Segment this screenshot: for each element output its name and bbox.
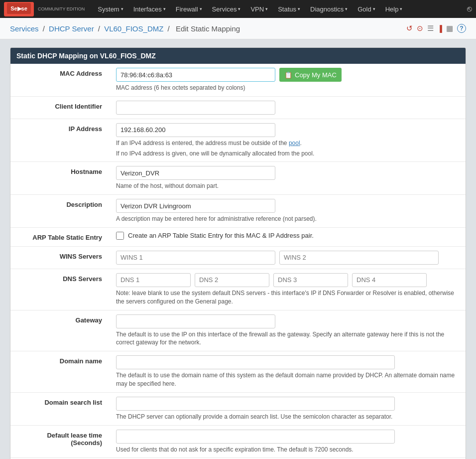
- dns-row: [116, 273, 460, 287]
- nav-interfaces[interactable]: Interfaces ▾: [128, 0, 171, 18]
- row-domain-search: Domain search list The DHCP server can o…: [10, 392, 466, 425]
- row-mac: MAC Address 📋 Copy My MAC MAC address (6…: [10, 64, 466, 96]
- nav-status[interactable]: Status ▾: [273, 0, 305, 18]
- nav-services[interactable]: Services ▾: [207, 0, 246, 18]
- panel-title: Static DHCP Mapping on VL60_FIOS_DMZ: [16, 52, 156, 60]
- default-lease-input[interactable]: [116, 430, 395, 444]
- breadcrumb-icons: ↺ ⊙ ☰ ▐ ▦ ?: [406, 24, 466, 33]
- field-arp: Create an ARP Table Static Entry for thi…: [110, 227, 466, 246]
- field-dns: Note: leave blank to use the system defa…: [110, 269, 466, 310]
- nav-external-icon[interactable]: ⎋: [467, 4, 472, 13]
- breadcrumb-sep1: /: [43, 24, 47, 33]
- arp-checkbox[interactable]: [116, 232, 124, 240]
- brand-subtitle: COMMUNITY EDITION: [38, 6, 85, 11]
- label-dns: DNS Servers: [10, 269, 110, 310]
- field-domain-search: The DHCP server can optionally provide a…: [110, 392, 466, 425]
- caret-system: ▾: [121, 6, 123, 11]
- caret-diagnostics: ▾: [345, 6, 348, 11]
- domain-name-input[interactable]: [116, 355, 395, 369]
- row-ip: IP Address If an IPv4 address is entered…: [10, 119, 466, 162]
- description-help: A description may be entered here for ad…: [116, 215, 460, 223]
- row-domain-name: Domain name The default is to use the do…: [10, 351, 466, 393]
- label-mac: MAC Address: [10, 64, 110, 96]
- caret-vpn: ▾: [265, 6, 268, 11]
- icon-sliders[interactable]: ☰: [427, 24, 434, 33]
- dns3-input[interactable]: [273, 273, 348, 287]
- wins2-input[interactable]: [279, 251, 439, 265]
- client-identifier-input[interactable]: [116, 101, 275, 115]
- breadcrumb-bar: Services / DHCP Server / VL60_FIOS_DMZ /…: [0, 18, 476, 39]
- arp-help: Create an ARP Table Static Entry for thi…: [128, 232, 314, 239]
- default-lease-help: Used for clients that do not ask for a s…: [116, 446, 460, 454]
- gateway-input[interactable]: [116, 314, 275, 328]
- copy-mac-button[interactable]: 📋 Copy My MAC: [279, 68, 342, 82]
- row-arp: ARP Table Static Entry Create an ARP Tab…: [10, 227, 466, 246]
- breadcrumb: Services / DHCP Server / VL60_FIOS_DMZ /…: [10, 24, 242, 33]
- caret-firewall: ▾: [200, 6, 202, 11]
- breadcrumb-vl60[interactable]: VL60_FIOS_DMZ: [104, 24, 163, 33]
- brand: Se▶se COMMUNITY EDITION: [4, 2, 85, 16]
- label-wins: WINS Servers: [10, 246, 110, 269]
- label-gateway: Gateway: [10, 310, 110, 351]
- caret-status: ▾: [298, 6, 300, 11]
- form-panel: Static DHCP Mapping on VL60_FIOS_DMZ MAC…: [10, 47, 466, 459]
- icon-chart[interactable]: ▐: [438, 25, 442, 32]
- main-content: Static DHCP Mapping on VL60_FIOS_DMZ MAC…: [0, 39, 476, 459]
- icon-calendar[interactable]: ▦: [446, 24, 453, 33]
- wins1-input[interactable]: [116, 251, 275, 265]
- caret-gold: ▾: [373, 6, 375, 11]
- logo-box: Se▶se: [4, 2, 34, 16]
- row-description: Description A description may be entered…: [10, 195, 466, 228]
- panel-heading: Static DHCP Mapping on VL60_FIOS_DMZ: [10, 48, 466, 64]
- icon-help[interactable]: ?: [457, 24, 466, 33]
- hostname-help: Name of the host, without domain part.: [116, 182, 460, 190]
- nav-gold[interactable]: Gold ▾: [353, 0, 380, 18]
- nav-help[interactable]: Help ▾: [380, 0, 408, 18]
- field-ip: If an IPv4 address is entered, the addre…: [110, 119, 466, 162]
- dns4-input[interactable]: [352, 273, 427, 287]
- nav-diagnostics[interactable]: Diagnostics ▾: [305, 0, 353, 18]
- hostname-input[interactable]: [116, 166, 275, 180]
- icon-circle[interactable]: ⊙: [417, 24, 423, 33]
- dns2-input[interactable]: [195, 273, 269, 287]
- breadcrumb-dhcp[interactable]: DHCP Server: [49, 24, 94, 33]
- icon-refresh[interactable]: ↺: [406, 24, 413, 33]
- field-mac: 📋 Copy My MAC MAC address (6 hex octets …: [110, 64, 466, 96]
- row-gateway: Gateway The default is to use the IP on …: [10, 310, 466, 351]
- form-table: MAC Address 📋 Copy My MAC MAC address (6…: [10, 64, 466, 459]
- ip-help1: If an IPv4 address is entered, the addre…: [116, 139, 460, 148]
- breadcrumb-current: Edit Static Mapping: [176, 24, 240, 33]
- row-hostname: Hostname Name of the host, without domai…: [10, 162, 466, 195]
- label-ip: IP Address: [10, 119, 110, 162]
- nav-system[interactable]: System ▾: [93, 0, 128, 18]
- dns1-input[interactable]: [116, 273, 191, 287]
- navbar: Se▶se COMMUNITY EDITION System ▾ Interfa…: [0, 0, 476, 18]
- gateway-help: The default is to use the IP on this int…: [116, 330, 460, 347]
- domain-search-help: The DHCP server can optionally provide a…: [116, 413, 460, 421]
- field-wins: [110, 246, 466, 269]
- ip-help2: If no IPv4 address is given, one will be…: [116, 150, 460, 158]
- domain-name-help: The default is to use the domain name of…: [116, 371, 460, 388]
- domain-search-input[interactable]: [116, 397, 395, 411]
- field-gateway: The default is to use the IP on this int…: [110, 310, 466, 351]
- row-dns: DNS Servers Note: leave blank to use the…: [10, 269, 466, 310]
- breadcrumb-sep2: /: [98, 24, 102, 33]
- label-client-id: Client Identifier: [10, 96, 110, 119]
- nav-firewall[interactable]: Firewall ▾: [171, 0, 207, 18]
- breadcrumb-services[interactable]: Services: [10, 24, 39, 33]
- description-input[interactable]: [116, 199, 275, 213]
- mac-row: 📋 Copy My MAC: [116, 68, 460, 82]
- copy-icon: 📋: [284, 71, 292, 79]
- caret-help: ▾: [400, 6, 402, 11]
- field-domain-name: The default is to use the domain name of…: [110, 351, 466, 393]
- pool-link[interactable]: pool: [289, 140, 300, 147]
- label-default-lease: Default lease time (Seconds): [10, 425, 110, 458]
- ip-address-input[interactable]: [116, 123, 275, 137]
- field-client-id: [110, 96, 466, 119]
- nav-vpn[interactable]: VPN ▾: [245, 0, 273, 18]
- caret-interfaces: ▾: [163, 6, 166, 11]
- wins-row: [116, 251, 460, 265]
- copy-mac-label: Copy My MAC: [295, 71, 337, 79]
- label-domain-name: Domain name: [10, 351, 110, 393]
- mac-address-input[interactable]: [116, 68, 275, 82]
